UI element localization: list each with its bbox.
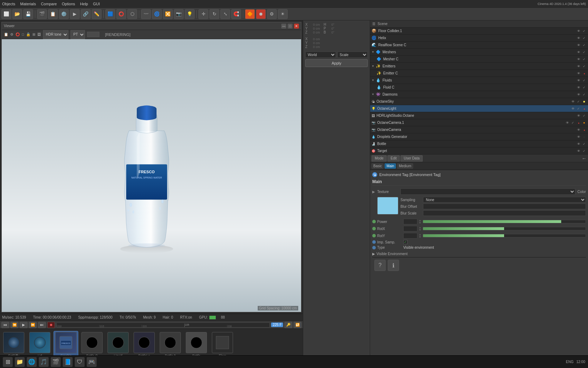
- rotate-icon[interactable]: ↻: [209, 9, 219, 19]
- ec-eye-icon[interactable]: 👁: [576, 71, 581, 76]
- fl-check-icon[interactable]: ✓: [582, 78, 587, 83]
- props-nav-medium[interactable]: Medium: [397, 163, 413, 169]
- meshers-arrow[interactable]: ▼: [372, 50, 375, 54]
- fc-check-icon[interactable]: ✓: [582, 85, 587, 90]
- sphere-icon[interactable]: ⭕: [116, 9, 126, 19]
- rewind-btn[interactable]: ⏮: [1, 322, 9, 328]
- rf-eye-icon[interactable]: 👁: [576, 43, 581, 48]
- taskbar-browser[interactable]: 🌐: [27, 357, 37, 367]
- helix-check-icon[interactable]: ✓: [582, 36, 587, 41]
- frame-indicator[interactable]: 225 F: [271, 322, 283, 327]
- m-eye-icon[interactable]: 👁: [576, 50, 581, 55]
- mat-liquid[interactable]: Liquid: [106, 331, 130, 358]
- c1-eye-icon[interactable]: 👁: [565, 120, 570, 125]
- sub-view[interactable]: 📋: [4, 32, 8, 36]
- em-check-icon[interactable]: ✓: [582, 64, 587, 69]
- tg-eye-icon[interactable]: 👁: [576, 149, 581, 153]
- menu-compare[interactable]: Compare: [41, 2, 57, 6]
- help-icon[interactable]: ?: [374, 260, 386, 271]
- sub-icon2[interactable]: ⚙: [10, 32, 13, 36]
- tree-bottle[interactable]: 🍶 Bottle 👁 ✓: [370, 140, 588, 147]
- key-icon[interactable]: 🔑: [284, 322, 292, 328]
- play-btn[interactable]: ▶: [20, 322, 27, 328]
- menu-objects[interactable]: Objects: [2, 2, 15, 6]
- setting2-icon[interactable]: ⚙: [267, 9, 277, 19]
- info-icon[interactable]: ℹ: [388, 260, 399, 271]
- next-btn[interactable]: ⏩: [29, 322, 37, 328]
- loop-icon[interactable]: 🔁: [294, 322, 301, 328]
- octane-icon[interactable]: 🔶: [245, 9, 255, 19]
- visible-env-expander[interactable]: ▶ Visible Environment: [372, 251, 586, 257]
- record-btn[interactable]: ⏺: [47, 322, 55, 328]
- rf-check-icon[interactable]: ✓: [582, 43, 587, 48]
- fc-eye-icon[interactable]: 👁: [576, 85, 581, 90]
- mat-floor[interactable]: Floor: [210, 331, 235, 358]
- maximize-btn[interactable]: □: [288, 24, 293, 29]
- tree-hdrlightstudio[interactable]: 🖼 HDRLightStudio.Octane 👁 ✓: [370, 112, 588, 119]
- c1-check-icon[interactable]: ✓: [570, 120, 575, 125]
- c-eye-icon[interactable]: 👁: [576, 127, 581, 132]
- save-icon[interactable]: 💾: [23, 9, 33, 19]
- props-tab-mode[interactable]: Mode: [372, 155, 387, 162]
- color-swatch[interactable]: [377, 197, 398, 215]
- brush-icon[interactable]: ✏️: [92, 9, 102, 19]
- sub-icon5[interactable]: 🔒: [26, 32, 30, 36]
- deform-icon[interactable]: 🔀: [163, 9, 173, 19]
- da-check-icon[interactable]: ✓: [582, 92, 587, 97]
- nodes-icon[interactable]: 🔗: [81, 9, 91, 19]
- m-check-icon[interactable]: ✓: [582, 50, 587, 55]
- rotx-arrows[interactable]: ▲▼: [419, 226, 421, 231]
- light-icon[interactable]: 💡: [185, 9, 195, 19]
- power-input[interactable]: 6.: [403, 219, 417, 224]
- dg-eye-icon[interactable]: 👁: [576, 134, 581, 139]
- bt-check-icon[interactable]: ✓: [582, 141, 587, 146]
- tg-check-icon[interactable]: ✓: [582, 149, 587, 153]
- sub-icon3[interactable]: ⭕: [16, 32, 20, 36]
- power-arrows[interactable]: ▲▼: [419, 219, 421, 224]
- viewport[interactable]: FRESCO NATURAL SPRING WATER Gr: [2, 39, 301, 312]
- taskbar-video[interactable]: 🎬: [51, 357, 61, 367]
- coord-scale-select[interactable]: Scale: [337, 52, 368, 58]
- tree-target[interactable]: 🎯 Target 👁 ✓: [370, 147, 588, 155]
- tree-fluid-c[interactable]: 💧 Fluid C 👁 ✓: [370, 84, 588, 91]
- magnet-icon[interactable]: 🧲: [231, 9, 241, 19]
- blur-offset-input[interactable]: 0 %: [423, 204, 586, 209]
- tree-realflow[interactable]: 🌊 Realflow Scene C 👁 ✓: [370, 42, 588, 49]
- play-icon[interactable]: ▶: [70, 9, 80, 19]
- power-slider[interactable]: [423, 220, 586, 223]
- open-icon[interactable]: 📂: [12, 9, 22, 19]
- texture-dropdown[interactable]: [400, 188, 575, 195]
- taskbar-explorer[interactable]: 📁: [15, 357, 25, 367]
- sampling-select[interactable]: None: [423, 197, 586, 203]
- helix-eye-icon[interactable]: 👁: [576, 36, 581, 41]
- da-eye-icon[interactable]: 👁: [576, 92, 581, 97]
- mat-bottle0[interactable]: Bottle 0: [158, 331, 183, 358]
- minimize-btn[interactable]: —: [281, 24, 286, 29]
- emitters-arrow[interactable]: ▼: [372, 65, 375, 68]
- taskbar-app3[interactable]: 🎮: [87, 357, 97, 367]
- tree-helix[interactable]: 🌀 Helix 👁 ✓: [370, 35, 588, 42]
- daemons-arrow[interactable]: ▼: [372, 93, 375, 96]
- renderq-icon[interactable]: 📋: [48, 9, 58, 19]
- ol-eye-icon[interactable]: 👁: [570, 106, 575, 111]
- sub-icon6[interactable]: ⊞: [32, 32, 35, 36]
- cylinder-icon[interactable]: ⬡: [127, 9, 137, 19]
- new-icon[interactable]: ⬜: [1, 9, 11, 19]
- sun-icon[interactable]: ☀: [278, 9, 288, 19]
- settings-icon[interactable]: ⚙️: [59, 9, 69, 19]
- rotx-input[interactable]: 0: [403, 226, 417, 231]
- tree-meshers[interactable]: ▼ 🔷 Meshers 👁 ✓: [370, 49, 588, 56]
- roty-slider[interactable]: [423, 234, 586, 237]
- fl-eye-icon[interactable]: 👁: [576, 78, 581, 83]
- mat-octdiffu[interactable]: OctDiffu: [1, 331, 26, 358]
- render-icon[interactable]: 🎬: [37, 9, 47, 19]
- menu-gui[interactable]: GUI: [93, 2, 100, 6]
- check-icon[interactable]: ✓: [582, 29, 587, 34]
- close-btn[interactable]: ✕: [294, 24, 299, 29]
- os-check-icon[interactable]: ✓: [576, 99, 581, 104]
- mat-bottle-o[interactable]: Bottle O: [80, 331, 104, 358]
- mc-eye-icon[interactable]: 👁: [576, 57, 581, 62]
- move-icon[interactable]: ✛: [198, 9, 208, 19]
- tree-mesher-c[interactable]: 🔷 Mesher C 👁 ✓: [370, 56, 588, 63]
- props-nav-basic[interactable]: Basic: [372, 163, 384, 169]
